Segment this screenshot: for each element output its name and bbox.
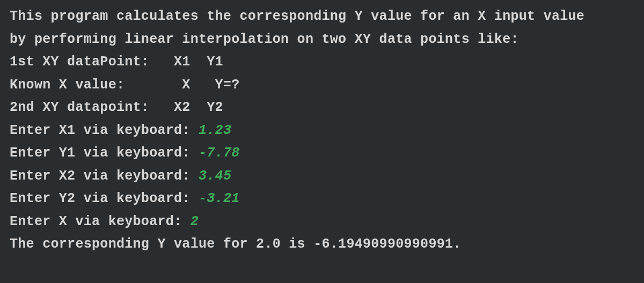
input-x1[interactable]: 1.23 (199, 123, 231, 138)
intro-text-line2: by performing linear interpolation on tw… (10, 28, 634, 51)
prompt-y1-label: Enter Y1 via keyboard: (10, 145, 199, 161)
prompt-y2-line: Enter Y2 via keyboard: -3.21 (10, 188, 634, 211)
prompt-y1-line: Enter Y1 via keyboard: -7.78 (10, 142, 634, 165)
schema-line-1: 1st XY dataPoint: X1 Y1 (10, 51, 634, 74)
result-line: The corresponding Y value for 2.0 is -6.… (10, 233, 634, 256)
schema-line-2: Known X value: X Y=? (10, 74, 634, 97)
intro-text-line1: This program calculates the correspondin… (10, 5, 634, 28)
prompt-x2-line: Enter X2 via keyboard: 3.45 (10, 165, 634, 188)
prompt-x-line: Enter X via keyboard: 2 (10, 211, 634, 234)
input-y1[interactable]: -7.78 (199, 145, 240, 161)
input-x[interactable]: 2 (191, 214, 199, 229)
terminal-output: This program calculates the correspondin… (10, 5, 634, 256)
prompt-x1-line: Enter X1 via keyboard: 1.23 (10, 120, 634, 143)
prompt-x2-label: Enter X2 via keyboard: (10, 168, 199, 184)
prompt-x-label: Enter X via keyboard: (10, 214, 191, 229)
input-x2[interactable]: 3.45 (199, 168, 231, 184)
prompt-y2-label: Enter Y2 via keyboard: (10, 191, 199, 206)
schema-line-3: 2nd XY datapoint: X2 Y2 (10, 96, 634, 120)
input-y2[interactable]: -3.21 (199, 191, 240, 206)
prompt-x1-label: Enter X1 via keyboard: (10, 123, 199, 138)
